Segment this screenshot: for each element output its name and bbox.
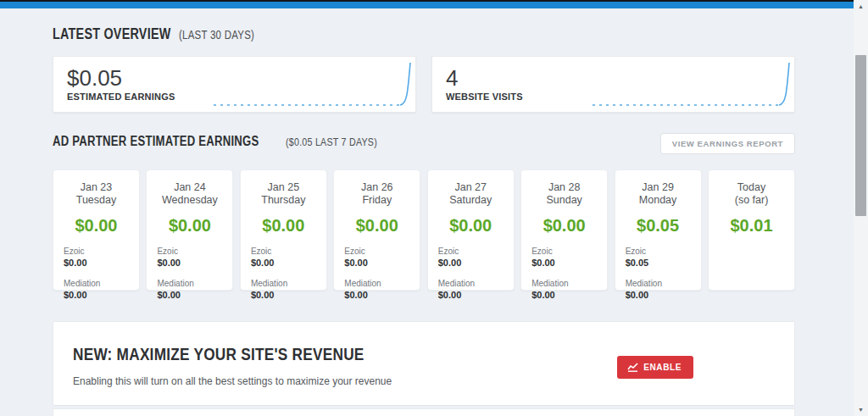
day-total: $0.00 — [531, 216, 597, 236]
mediation-amount: $0.00 — [64, 290, 129, 300]
maximize-revenue-title: NEW: MAXIMIZE YOUR SITE'S REVENUE — [73, 344, 364, 364]
day-name: Saturday — [438, 194, 504, 207]
enable-button-label: ENABLE — [643, 363, 682, 372]
ezoic-amount: $0.00 — [64, 258, 129, 268]
mediation-amount: $0.00 — [626, 290, 691, 300]
day-card-jan-23[interactable]: Jan 23 Tuesday $0.00 Ezoic $0.00 Mediati… — [53, 169, 140, 291]
day-card-jan-28[interactable]: Jan 28 Sunday $0.00 Ezoic $0.00 Mediatio… — [520, 169, 608, 291]
chart-icon — [627, 363, 638, 372]
day-card-today[interactable]: Today (so far) $0.01 — [708, 169, 795, 291]
day-date: Jan 24 — [157, 181, 222, 194]
mediation-amount: $0.00 — [157, 290, 222, 300]
maximize-revenue-panel: NEW: MAXIMIZE YOUR SITE'S REVENUE Enabli… — [53, 321, 795, 406]
day-total: $0.05 — [626, 216, 691, 236]
day-total: $0.00 — [438, 216, 504, 236]
ezoic-amount: $0.05 — [626, 258, 691, 268]
day-total: $0.00 — [64, 216, 129, 236]
day-total: $0.00 — [157, 216, 222, 236]
day-total: $0.00 — [251, 216, 316, 236]
vertical-scrollbar[interactable]: ▲ ▼ — [854, 0, 868, 416]
day-name: Monday — [626, 194, 691, 207]
scroll-up-arrow-icon[interactable]: ▲ — [854, 1, 868, 13]
ezoic-label: Ezoic — [626, 247, 691, 256]
brand-accent-bar — [0, 1, 854, 8]
day-name: (so far) — [719, 194, 784, 207]
enable-button[interactable]: ENABLE — [617, 356, 693, 379]
day-name: Tuesday — [64, 194, 129, 207]
view-earnings-report-button[interactable]: VIEW EARNINGS REPORT — [660, 133, 795, 154]
ezoic-label: Ezoic — [157, 247, 222, 256]
scroll-down-arrow-icon[interactable]: ▼ — [854, 404, 868, 416]
day-name: Wednesday — [157, 194, 222, 207]
latest-overview-header: LATEST OVERVIEW (LAST 30 DAYS) — [53, 25, 795, 44]
mediation-amount: $0.00 — [438, 290, 504, 300]
ezoic-amount: $0.00 — [251, 258, 316, 268]
day-card-jan-26[interactable]: Jan 26 Friday $0.00 Ezoic $0.00 Mediatio… — [333, 169, 420, 291]
day-date: Jan 29 — [626, 181, 691, 194]
day-date: Jan 27 — [438, 181, 504, 194]
ezoic-amount: $0.00 — [438, 258, 504, 268]
ezoic-amount: $0.00 — [531, 258, 597, 268]
day-date: Jan 23 — [64, 181, 129, 194]
mediation-label: Mediation — [531, 279, 597, 288]
latest-overview-title: LATEST OVERVIEW — [53, 25, 171, 43]
ezoic-label: Ezoic — [438, 247, 504, 256]
mediation-label: Mediation — [64, 279, 129, 288]
mediation-label: Mediation — [157, 279, 222, 288]
day-date: Today — [719, 181, 784, 194]
ezoic-label: Ezoic — [531, 247, 597, 256]
mediation-label: Mediation — [344, 279, 409, 288]
ad-partner-range: ($0.05 LAST 7 DAYS) — [286, 136, 377, 148]
ad-partner-title: AD PARTNER ESTIMATED EARNINGS — [53, 134, 259, 149]
ezoic-amount: $0.00 — [157, 258, 222, 268]
ezoic-label: Ezoic — [251, 247, 316, 256]
earnings-sparkline-chart — [210, 58, 414, 110]
day-total: $0.00 — [344, 216, 409, 236]
mediation-label: Mediation — [251, 279, 316, 288]
estimated-earnings-card[interactable]: $0.05 ESTIMATED EARNINGS — [53, 56, 416, 113]
day-card-jan-27[interactable]: Jan 27 Saturday $0.00 Ezoic $0.00 Mediat… — [427, 169, 515, 291]
daily-earnings-row: Jan 23 Tuesday $0.00 Ezoic $0.00 Mediati… — [53, 169, 795, 291]
next-section-partial — [53, 408, 795, 416]
website-visits-card[interactable]: 4 WEBSITE VISITS — [431, 56, 795, 113]
day-total: $0.01 — [719, 216, 784, 236]
day-date: Jan 25 — [251, 181, 316, 194]
mediation-label: Mediation — [626, 279, 691, 288]
day-card-jan-25[interactable]: Jan 25 Thursday $0.00 Ezoic $0.00 Mediat… — [240, 169, 327, 291]
ezoic-label: Ezoic — [344, 247, 409, 256]
day-date: Jan 28 — [531, 181, 597, 194]
mediation-label: Mediation — [438, 279, 504, 288]
ad-partner-header-row: AD PARTNER ESTIMATED EARNINGS ($0.05 LAS… — [53, 133, 795, 153]
ezoic-amount: $0.00 — [344, 258, 409, 268]
mediation-amount: $0.00 — [531, 290, 597, 300]
mediation-amount: $0.00 — [251, 290, 316, 300]
window-top-edge — [0, 0, 868, 2]
scrollbar-thumb[interactable] — [855, 55, 866, 216]
day-card-jan-24[interactable]: Jan 24 Wednesday $0.00 Ezoic $0.00 Media… — [146, 169, 233, 291]
day-name: Sunday — [531, 194, 597, 207]
mediation-amount: $0.00 — [344, 290, 409, 300]
visits-sparkline-chart — [589, 58, 793, 110]
latest-overview-range: (LAST 30 DAYS) — [179, 28, 254, 42]
overview-cards-row: $0.05 ESTIMATED EARNINGS 4 WEBSITE VISIT… — [53, 56, 795, 113]
day-name: Thursday — [251, 194, 316, 207]
ad-partner-header: AD PARTNER ESTIMATED EARNINGS ($0.05 LAS… — [53, 134, 398, 153]
ezoic-label: Ezoic — [64, 247, 129, 256]
day-name: Friday — [344, 194, 409, 207]
day-date: Jan 26 — [344, 181, 409, 194]
day-card-jan-29[interactable]: Jan 29 Monday $0.05 Ezoic $0.05 Mediatio… — [615, 169, 702, 291]
main-content: LATEST OVERVIEW (LAST 30 DAYS) $0.05 EST… — [53, 8, 795, 416]
